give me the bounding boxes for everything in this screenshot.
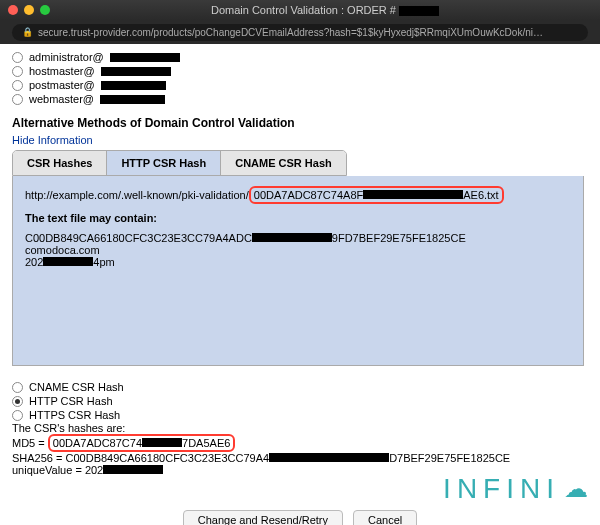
redacted-bar (399, 6, 439, 16)
filename-highlight: 00DA7ADC87C74A8FAE6.txt (249, 186, 504, 204)
email-label: webmaster@ (29, 93, 94, 105)
method-radio-option[interactable]: HTTPS CSR Hash (12, 408, 588, 422)
tab-cname-csr-hash[interactable]: CNAME CSR Hash (221, 151, 346, 175)
csr-hashes-heading: The CSR's hashes are: (12, 422, 588, 434)
email-radio-option[interactable]: postmaster@ (12, 78, 588, 92)
browser-url-bar[interactable]: 🔒 secure.trust-provider.com/products/poC… (0, 20, 600, 44)
cancel-button[interactable]: Cancel (353, 510, 417, 525)
http-csr-panel: http://example.com/.well-known/pki-valid… (12, 176, 584, 366)
validation-url-prefix: http://example.com/.well-known/pki-valid… (25, 189, 249, 201)
tab-csr-hashes[interactable]: CSR Hashes (13, 151, 107, 175)
radio-icon[interactable] (12, 410, 23, 421)
url-text: secure.trust-provider.com/products/poCha… (38, 27, 543, 38)
radio-icon[interactable] (12, 94, 23, 105)
method-label: CNAME CSR Hash (29, 381, 124, 393)
method-label: HTTPS CSR Hash (29, 409, 120, 421)
unique-value-row: uniqueValue = 202 (12, 464, 588, 476)
radio-icon[interactable] (12, 52, 23, 63)
close-icon[interactable] (8, 5, 18, 15)
email-label: hostmaster@ (29, 65, 95, 77)
redacted-bar (100, 95, 165, 104)
window-controls[interactable] (8, 5, 50, 15)
sha256-row: SHA256 = C00DB849CA66180CFC3C23E3CC79A4D… (12, 452, 588, 464)
file-content: C00DB849CA66180CFC3C23E3CC79A4ADC9FD7BEF… (25, 232, 571, 268)
redacted-bar (110, 53, 180, 62)
radio-icon[interactable] (12, 382, 23, 393)
minimize-icon[interactable] (24, 5, 34, 15)
email-radio-option[interactable]: webmaster@ (12, 92, 588, 106)
email-radio-option[interactable]: hostmaster@ (12, 64, 588, 78)
radio-icon[interactable] (12, 80, 23, 91)
tab-http-csr-hash[interactable]: HTTP CSR Hash (107, 151, 221, 175)
window-title: Domain Control Validation : ORDER # (211, 4, 396, 16)
change-resend-button[interactable]: Change and Resend/Retry (183, 510, 343, 525)
radio-icon[interactable] (12, 66, 23, 77)
may-contain-label: The text file may contain: (25, 212, 571, 224)
hide-information-link[interactable]: Hide Information (12, 134, 93, 146)
window-titlebar: Domain Control Validation : ORDER # (0, 0, 600, 20)
md5-row: MD5 = 00DA7ADC87C747DA5AE6 (12, 434, 588, 452)
action-buttons: Change and Resend/Retry Cancel (0, 510, 600, 525)
md5-highlight: 00DA7ADC87C747DA5AE6 (48, 434, 236, 452)
method-label: HTTP CSR Hash (29, 395, 113, 407)
redacted-bar (101, 67, 171, 76)
zoom-icon[interactable] (40, 5, 50, 15)
dcv-tabs: CSR HashesHTTP CSR HashCNAME CSR Hash (12, 150, 347, 176)
email-radio-option[interactable]: administrator@ (12, 50, 588, 64)
email-label: postmaster@ (29, 79, 95, 91)
alt-methods-heading: Alternative Methods of Domain Control Va… (12, 116, 588, 130)
method-radio-option[interactable]: CNAME CSR Hash (12, 380, 588, 394)
radio-icon[interactable] (12, 396, 23, 407)
method-radio-option[interactable]: HTTP CSR Hash (12, 394, 588, 408)
lock-icon: 🔒 (22, 27, 33, 37)
email-label: administrator@ (29, 51, 104, 63)
redacted-bar (101, 81, 166, 90)
